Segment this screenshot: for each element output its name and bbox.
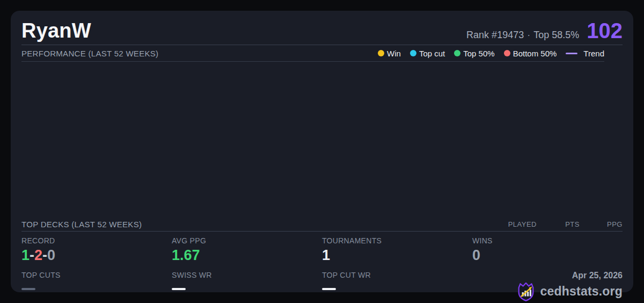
stat-top-cut-wr-label: TOP CUT WR — [322, 271, 472, 279]
legend-item-bottom50: Bottom 50% — [504, 49, 557, 58]
column-header-ppg: PPG — [580, 220, 623, 228]
top-decks-section-header: TOP DECKS (LAST 52 WEEKS) PLAYED PTS PPG — [21, 217, 623, 232]
top-decks-column-headers: PLAYED PTS PPG — [494, 220, 623, 228]
stat-tournaments-value: 1 — [322, 248, 472, 264]
card-header: RyanW Rank #19473·Top 58.5% 102 — [21, 11, 623, 45]
stat-top-cuts: TOP CUTS — [21, 271, 172, 303]
stat-swiss-wr-label: SWISS WR — [172, 271, 322, 279]
topcut-dot-icon — [410, 50, 416, 56]
record-separator: - — [30, 247, 34, 263]
legend-label-win: Win — [387, 49, 401, 58]
stat-top-cut-wr: TOP CUT WR — [322, 271, 472, 303]
rank-line: Rank #19473·Top 58.5% — [466, 30, 579, 41]
top-cut-wr-empty-dash — [322, 288, 336, 290]
top50-dot-icon — [454, 50, 460, 56]
trend-line-icon — [566, 53, 577, 54]
performance-section-header: PERFORMANCE (LAST 52 WEEKS) Win Top cut … — [21, 45, 604, 62]
legend-item-win: Win — [378, 49, 401, 58]
stat-record-value: 1-2-0 — [21, 248, 172, 264]
player-stats-card: RyanW Rank #19473·Top 58.5% 102 PERFORMA… — [11, 11, 633, 292]
stat-tournaments: TOURNAMENTS 1 — [322, 236, 472, 271]
performance-chart-area — [21, 62, 623, 217]
rank-text: Rank #19473 — [466, 30, 524, 40]
legend-item-topcut: Top cut — [410, 49, 445, 58]
performance-label: PERFORMANCE (LAST 52 WEEKS) — [21, 49, 158, 58]
legend-label-top50: Top 50% — [463, 49, 494, 58]
record-draws: 0 — [47, 247, 55, 263]
stat-wins-label: WINS — [472, 236, 623, 245]
brand-name: cedhstats.org — [540, 284, 623, 299]
bottom50-dot-icon — [504, 50, 510, 56]
win-dot-icon — [378, 50, 384, 56]
stat-avg-ppg: AVG PPG 1.67 — [172, 236, 322, 271]
record-wins: 1 — [21, 247, 30, 263]
brand-link[interactable]: cedhstats.org — [516, 282, 623, 302]
top-percent-text: Top 58.5% — [533, 30, 579, 40]
legend-label-trend: Trend — [583, 49, 604, 58]
stat-top-cuts-label: TOP CUTS — [21, 271, 172, 279]
player-score: 102 — [587, 21, 623, 40]
legend-label-bottom50: Bottom 50% — [513, 49, 557, 58]
stats-grid: RECORD 1-2-0 AVG PPG 1.67 TOURNAMENTS 1 … — [21, 232, 623, 303]
shield-chart-arrow-icon — [516, 282, 536, 302]
rank-summary: Rank #19473·Top 58.5% 102 — [466, 21, 623, 41]
stat-swiss-wr: SWISS WR — [172, 271, 322, 303]
stat-avg-ppg-label: AVG PPG — [172, 236, 322, 245]
column-header-pts: PTS — [537, 220, 580, 228]
top-cuts-empty-dash — [21, 288, 35, 290]
legend-item-top50: Top 50% — [454, 49, 494, 58]
stat-tournaments-label: TOURNAMENTS — [322, 236, 472, 245]
record-separator: - — [42, 247, 47, 263]
stat-avg-ppg-value: 1.67 — [172, 248, 322, 264]
stat-record: RECORD 1-2-0 — [21, 236, 172, 271]
stat-record-label: RECORD — [21, 236, 172, 245]
rank-separator: · — [527, 30, 530, 40]
stat-wins-value: 0 — [472, 248, 623, 264]
legend-item-trend: Trend — [566, 49, 604, 58]
top-decks-label: TOP DECKS (LAST 52 WEEKS) — [21, 220, 142, 229]
player-name: RyanW — [21, 20, 91, 41]
stat-wins: WINS 0 — [472, 236, 623, 271]
swiss-wr-empty-dash — [172, 288, 186, 290]
generated-date: Apr 25, 2026 — [572, 271, 623, 280]
chart-legend: Win Top cut Top 50% Bottom 50% Trend — [378, 49, 604, 58]
column-header-played: PLAYED — [494, 220, 537, 228]
legend-label-topcut: Top cut — [419, 49, 445, 58]
record-losses: 2 — [34, 247, 42, 263]
card-footer: Apr 25, 2026 cedhstats.org — [472, 271, 623, 303]
